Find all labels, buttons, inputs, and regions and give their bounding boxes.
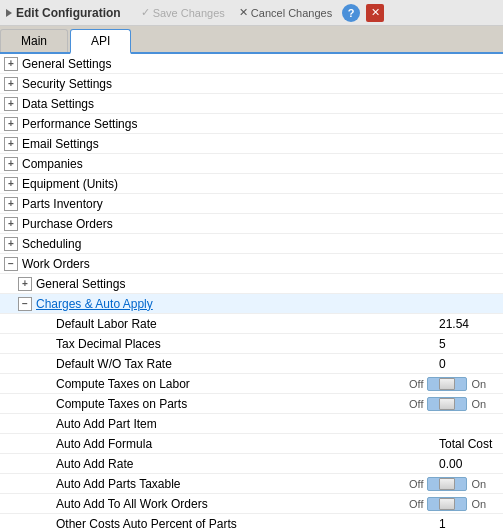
expand-icon: + [18, 277, 32, 291]
tree-item-equipment-units[interactable]: + Equipment (Units) [0, 174, 503, 194]
title-bar: Edit Configuration ✓ Save Changes ✕ Canc… [0, 0, 503, 26]
item-label: Purchase Orders [22, 217, 113, 231]
tree-item-security-settings[interactable]: + Security Settings [0, 74, 503, 94]
item-label: Charges & Auto Apply [36, 297, 153, 311]
toggle-on-label: On [471, 378, 486, 390]
tree-item-scheduling[interactable]: + Scheduling [0, 234, 503, 254]
toggle-auto-add-parts-taxable[interactable]: Off On [409, 477, 499, 491]
row-auto-add-formula: Auto Add Formula Total Cost [0, 434, 503, 454]
item-label: Companies [22, 157, 83, 171]
check-icon: ✓ [141, 6, 150, 19]
tree-item-performance-settings[interactable]: + Performance Settings [0, 114, 503, 134]
row-label: Auto Add Rate [56, 457, 439, 471]
toggle-compute-taxes-labor[interactable]: Off On [409, 377, 499, 391]
tree-item-email-settings[interactable]: + Email Settings [0, 134, 503, 154]
item-label: Scheduling [22, 237, 81, 251]
row-label: Other Costs Auto Percent of Parts [56, 517, 439, 531]
toggle-thumb [439, 398, 455, 410]
row-other-costs-auto-percent-parts: Other Costs Auto Percent of Parts 1 [0, 514, 503, 531]
tree-item-general-settings[interactable]: + General Settings [0, 54, 503, 74]
expand-icon: + [4, 157, 18, 171]
row-auto-add-rate: Auto Add Rate 0.00 [0, 454, 503, 474]
row-compute-taxes-parts: Compute Taxes on Parts Off On [0, 394, 503, 414]
row-value: 21.54 [439, 317, 499, 331]
row-value: 0 [439, 357, 499, 371]
row-label: Default W/O Tax Rate [56, 357, 439, 371]
tab-main[interactable]: Main [0, 29, 68, 52]
x-icon: ✕ [239, 6, 248, 19]
tree-item-wo-general-settings[interactable]: + General Settings [0, 274, 503, 294]
expand-icon: + [4, 217, 18, 231]
row-label: Compute Taxes on Labor [56, 377, 409, 391]
tree-item-purchase-orders[interactable]: + Purchase Orders [0, 214, 503, 234]
toggle-slider[interactable] [427, 477, 467, 491]
tree-item-wo-charges-auto-apply[interactable]: − Charges & Auto Apply [0, 294, 503, 314]
expand-icon: + [4, 97, 18, 111]
tabs-bar: Main API [0, 26, 503, 54]
row-auto-add-parts-taxable: Auto Add Parts Taxable Off On [0, 474, 503, 494]
row-label: Auto Add Formula [56, 437, 439, 451]
toggle-auto-add-to-all-wo[interactable]: Off On [409, 497, 499, 511]
expand-icon: + [4, 77, 18, 91]
window-title: Edit Configuration [16, 6, 121, 20]
expand-icon: + [4, 237, 18, 251]
row-label: Default Labor Rate [56, 317, 439, 331]
item-label: General Settings [22, 57, 111, 71]
toggle-off-label: Off [409, 378, 423, 390]
expand-icon: − [18, 297, 32, 311]
tab-api[interactable]: API [70, 29, 131, 54]
toggle-on-label: On [471, 478, 486, 490]
item-label: Email Settings [22, 137, 99, 151]
toggle-compute-taxes-parts[interactable]: Off On [409, 397, 499, 411]
row-auto-add-to-all-wo: Auto Add To All Work Orders Off On [0, 494, 503, 514]
toggle-thumb [439, 478, 455, 490]
toggle-off-label: Off [409, 498, 423, 510]
item-label: Equipment (Units) [22, 177, 118, 191]
row-compute-taxes-labor: Compute Taxes on Labor Off On [0, 374, 503, 394]
expand-icon: + [4, 137, 18, 151]
close-button[interactable]: ✕ [366, 4, 384, 22]
item-label: Work Orders [22, 257, 90, 271]
tree-content: + General Settings + Security Settings +… [0, 54, 503, 531]
row-label: Tax Decimal Places [56, 337, 439, 351]
toggle-slider[interactable] [427, 497, 467, 511]
item-label: General Settings [36, 277, 125, 291]
toggle-thumb [439, 378, 455, 390]
row-tax-decimal-places: Tax Decimal Places 5 [0, 334, 503, 354]
cancel-changes-button[interactable]: ✕ Cancel Changes [235, 4, 336, 21]
expand-icon: + [4, 177, 18, 191]
row-value: 5 [439, 337, 499, 351]
expand-icon: + [4, 57, 18, 71]
toggle-on-label: On [471, 498, 486, 510]
toggle-off-label: Off [409, 398, 423, 410]
item-label: Security Settings [22, 77, 112, 91]
toggle-slider[interactable] [427, 397, 467, 411]
toggle-slider[interactable] [427, 377, 467, 391]
expand-icon: + [4, 197, 18, 211]
tree-item-work-orders[interactable]: − Work Orders [0, 254, 503, 274]
row-label: Compute Taxes on Parts [56, 397, 409, 411]
collapse-arrow-icon [6, 9, 12, 17]
item-label: Data Settings [22, 97, 94, 111]
row-auto-add-part-item: Auto Add Part Item [0, 414, 503, 434]
save-changes-button[interactable]: ✓ Save Changes [137, 4, 229, 21]
tree-item-companies[interactable]: + Companies [0, 154, 503, 174]
row-value: 1 [439, 517, 499, 531]
row-value: 0.00 [439, 457, 499, 471]
tree-item-parts-inventory[interactable]: + Parts Inventory [0, 194, 503, 214]
item-label: Performance Settings [22, 117, 137, 131]
item-label: Parts Inventory [22, 197, 103, 211]
toggle-off-label: Off [409, 478, 423, 490]
row-value: Total Cost [439, 437, 499, 451]
row-default-labor-rate: Default Labor Rate 21.54 [0, 314, 503, 334]
row-label: Auto Add Part Item [56, 417, 439, 431]
toggle-on-label: On [471, 398, 486, 410]
help-button[interactable]: ? [342, 4, 360, 22]
row-label: Auto Add Parts Taxable [56, 477, 409, 491]
row-label: Auto Add To All Work Orders [56, 497, 409, 511]
expand-icon: − [4, 257, 18, 271]
row-default-wo-tax-rate: Default W/O Tax Rate 0 [0, 354, 503, 374]
expand-icon: + [4, 117, 18, 131]
tree-item-data-settings[interactable]: + Data Settings [0, 94, 503, 114]
toggle-thumb [439, 498, 455, 510]
